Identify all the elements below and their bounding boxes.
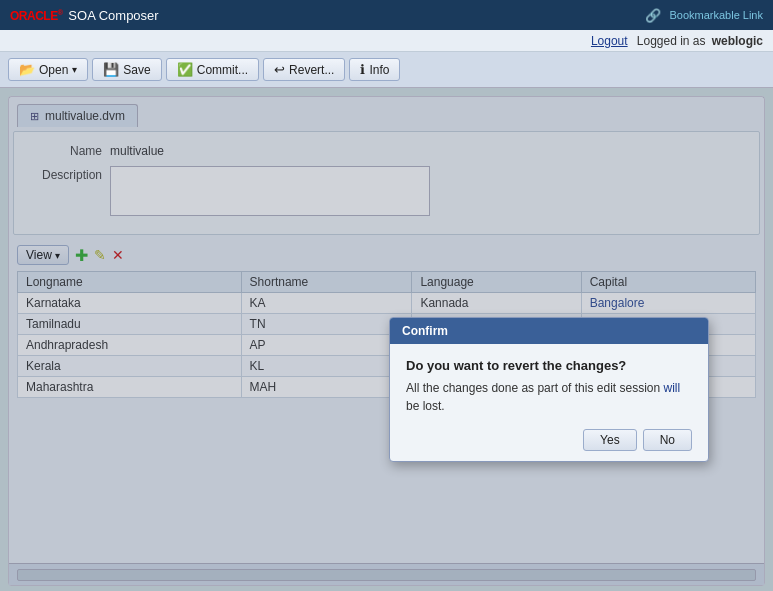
logo-area: ORACLE® SOA Composer — [10, 8, 159, 23]
save-label: Save — [123, 63, 150, 77]
revert-icon: ↩ — [274, 62, 285, 77]
dialog-buttons: Yes No — [406, 429, 692, 451]
save-button[interactable]: 💾 Save — [92, 58, 161, 81]
dialog-no-button[interactable]: No — [643, 429, 692, 451]
topbar: Logout Logged in as weblogic — [0, 30, 773, 52]
confirm-dialog: Confirm Do you want to revert the change… — [389, 317, 709, 462]
oracle-logo-text: ORACLE® — [10, 8, 62, 23]
dialog-message-part2: be lost. — [406, 399, 445, 413]
logged-in-text: Logged in as — [637, 34, 706, 48]
dialog-overlay: Confirm Do you want to revert the change… — [9, 97, 764, 585]
open-button[interactable]: 📂 Open ▾ — [8, 58, 88, 81]
logout-info: Logout Logged in as weblogic — [591, 34, 763, 48]
main-content: ⊞ multivalue.dvm Name multivalue Descrip… — [8, 96, 765, 586]
commit-label: Commit... — [197, 63, 248, 77]
open-dropdown-icon[interactable]: ▾ — [72, 64, 77, 75]
info-label: Info — [369, 63, 389, 77]
revert-button[interactable]: ↩ Revert... — [263, 58, 345, 81]
main-toolbar: 📂 Open ▾ 💾 Save ✅ Commit... ↩ Revert... … — [0, 52, 773, 88]
dialog-header: Confirm — [390, 318, 708, 344]
bookmarkable-link[interactable]: Bookmarkable Link — [669, 9, 763, 21]
dialog-message-highlight: will — [664, 381, 681, 395]
info-icon: ℹ — [360, 62, 365, 77]
dialog-message-part1: All the changes done as part of this edi… — [406, 381, 664, 395]
revert-label: Revert... — [289, 63, 334, 77]
open-label: Open — [39, 63, 68, 77]
dialog-message: All the changes done as part of this edi… — [406, 379, 692, 415]
app-header: ORACLE® SOA Composer 🔗 Bookmarkable Link — [0, 0, 773, 30]
dialog-title: Do you want to revert the changes? — [406, 358, 692, 373]
header-right: 🔗 Bookmarkable Link — [645, 8, 763, 23]
folder-icon: 📂 — [19, 62, 35, 77]
logout-button[interactable]: Logout — [591, 34, 628, 48]
link-icon: 🔗 — [645, 8, 661, 23]
commit-button[interactable]: ✅ Commit... — [166, 58, 259, 81]
save-icon: 💾 — [103, 62, 119, 77]
info-button[interactable]: ℹ Info — [349, 58, 400, 81]
username-text: weblogic — [712, 34, 763, 48]
commit-icon: ✅ — [177, 62, 193, 77]
app-title: SOA Composer — [68, 8, 158, 23]
dialog-body: Do you want to revert the changes? All t… — [390, 344, 708, 461]
dialog-yes-button[interactable]: Yes — [583, 429, 637, 451]
